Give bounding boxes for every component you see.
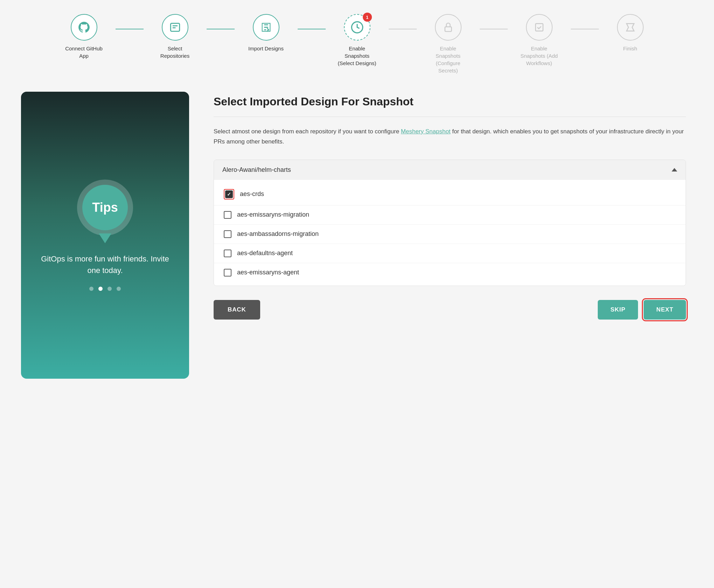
- connector-5: [480, 29, 508, 29]
- tips-circle-inner: Tips: [82, 185, 128, 230]
- button-row: BACK SKIP NEXT: [214, 300, 686, 320]
- checkbox-aes-ambassadorns-migration[interactable]: [224, 230, 231, 238]
- right-panel: Select Imported Design For Snapshot Sele…: [207, 92, 693, 323]
- item-label-aes-emissaryns-migration: aes-emissaryns-migration: [237, 211, 309, 218]
- chevron-up-icon: [672, 168, 677, 172]
- step-label-connect-github: Connect GitHub App: [63, 45, 105, 59]
- svg-rect-4: [535, 23, 543, 31]
- step-enable-snapshots-select[interactable]: 1 EnableSnapshots(Select Designs): [326, 14, 389, 67]
- step-label-import-designs: Import Designs: [248, 45, 284, 52]
- checkbox-aes-crds[interactable]: [225, 190, 233, 198]
- dots-indicator: [89, 287, 121, 291]
- checkbox-aes-emissaryns-migration[interactable]: [224, 211, 231, 219]
- connector-2: [207, 29, 235, 29]
- description-text-1: Select atmost one design from each repos…: [214, 128, 401, 135]
- checkbox-aes-emissaryns-agent[interactable]: [224, 269, 231, 276]
- step-circle-select-repos: [162, 14, 188, 41]
- connector-4: [389, 29, 417, 29]
- list-item: aes-crds: [214, 183, 686, 205]
- tips-pointer: [99, 233, 111, 243]
- item-label-aes-emissaryns-agent: aes-emissaryns-agent: [237, 269, 299, 276]
- svg-rect-3: [445, 27, 451, 31]
- step-label-select-repos: SelectRepositories: [160, 45, 189, 59]
- list-item: aes-emissaryns-agent: [214, 263, 686, 282]
- list-item: aes-emissaryns-migration: [214, 205, 686, 225]
- item-label-aes-crds: aes-crds: [240, 190, 264, 198]
- list-item: aes-defaultns-agent: [214, 244, 686, 263]
- connector-1: [116, 29, 144, 29]
- step-enable-snapshots-secrets[interactable]: EnableSnapshots(ConfigureSecrets): [417, 14, 480, 74]
- repo-name: Alero-Awani/helm-charts: [222, 166, 291, 174]
- step-circle-enable-snapshots-secrets: [435, 14, 462, 41]
- step-circle-connect-github: [71, 14, 97, 41]
- stepper: Connect GitHub App SelectRepositories Im…: [21, 14, 693, 74]
- tips-icon-container: Tips: [77, 180, 133, 236]
- step-label-enable-snapshots-secrets: EnableSnapshots(ConfigureSecrets): [436, 45, 460, 74]
- repo-accordion: Alero-Awani/helm-charts aes-crds aes-emi…: [214, 160, 686, 286]
- connector-6: [571, 29, 599, 29]
- step-label-enable-snapshots-select: EnableSnapshots(Select Designs): [338, 45, 376, 67]
- step-finish[interactable]: Finish: [599, 14, 662, 52]
- left-panel: Tips GitOps is more fun with friends. In…: [21, 92, 189, 379]
- description: Select atmost one design from each repos…: [214, 127, 686, 147]
- repo-header[interactable]: Alero-Awani/helm-charts: [214, 160, 686, 180]
- step-label-finish: Finish: [623, 45, 637, 52]
- dot-3: [108, 287, 112, 291]
- step-select-repos[interactable]: SelectRepositories: [144, 14, 207, 59]
- step-circle-enable-snapshots-select: 1: [344, 14, 370, 41]
- next-button[interactable]: NEXT: [644, 300, 686, 320]
- main-content: Tips GitOps is more fun with friends. In…: [21, 92, 693, 379]
- item-label-aes-defaultns-agent: aes-defaultns-agent: [237, 250, 293, 257]
- step-import-designs[interactable]: Import Designs: [235, 14, 298, 52]
- step-circle-import-designs: [253, 14, 279, 41]
- step-enable-snapshots-workflows[interactable]: EnableSnapshots (AddWorkflows): [508, 14, 571, 67]
- right-buttons: SKIP NEXT: [598, 300, 686, 320]
- tips-label: Tips: [92, 200, 118, 215]
- left-quote: GitOps is more fun with friends. Invite …: [35, 253, 175, 276]
- dot-4: [117, 287, 121, 291]
- dot-1: [89, 287, 93, 291]
- back-button[interactable]: BACK: [214, 300, 260, 320]
- skip-button[interactable]: SKIP: [598, 300, 638, 320]
- page-title: Select Imported Design For Snapshot: [214, 95, 686, 108]
- connector-3: [298, 29, 326, 29]
- divider: [214, 117, 686, 117]
- step-circle-enable-snapshots-workflows: [526, 14, 553, 41]
- tips-circle-outer: Tips: [77, 180, 133, 236]
- list-item: aes-ambassadorns-migration: [214, 225, 686, 244]
- dot-2: [98, 287, 103, 291]
- checkbox-aes-defaultns-agent[interactable]: [224, 250, 231, 257]
- checkbox-highlight: [224, 189, 234, 200]
- meshery-snapshot-link[interactable]: Meshery Snapshot: [401, 128, 451, 135]
- step-circle-finish: [617, 14, 644, 41]
- step-badge: 1: [363, 13, 372, 22]
- item-label-aes-ambassadorns-migration: aes-ambassadorns-migration: [237, 230, 319, 238]
- step-connect-github[interactable]: Connect GitHub App: [53, 14, 116, 59]
- repo-items: aes-crds aes-emissaryns-migration aes-am…: [214, 180, 686, 286]
- step-label-enable-snapshots-workflows: EnableSnapshots (AddWorkflows): [520, 45, 558, 67]
